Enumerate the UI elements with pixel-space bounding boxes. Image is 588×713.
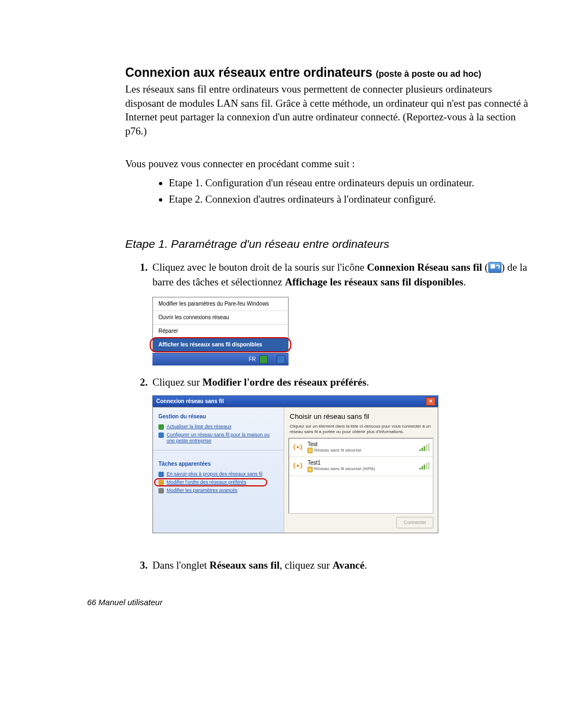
left-panel-link-label: Configurer un réseau sans fil pour la ma… [167, 432, 278, 444]
list-item: Etape 1. Configuration d'un réseau entre… [169, 175, 528, 191]
left-panel-link[interactable]: Actualiser la liste des réseaux [158, 424, 278, 430]
step-text-bold: Avancé [333, 559, 365, 571]
page-number: 66 [87, 598, 96, 607]
lock-icon [308, 448, 313, 453]
step-text: Cliquez sur [152, 376, 203, 388]
step-text: ( [482, 261, 488, 273]
step-text: . [364, 559, 367, 571]
left-panel-link-highlighted[interactable]: Modifier l'ordre des réseaux préférés [158, 479, 278, 485]
window-close-button[interactable]: × [426, 397, 436, 406]
tray-wireless-icon [277, 355, 285, 364]
ordered-step-2: Cliquez sur Modifier l'ordre des réseaux… [150, 375, 528, 533]
left-panel-section-title: Gestion du réseau [158, 413, 278, 421]
info-icon [158, 472, 164, 477]
follow-paragraph: Vous pouvez vous connecter en procédant … [125, 157, 528, 171]
section-heading-main: Connexion aux réseaux entre ordinateurs [125, 65, 372, 80]
step-text-bold: Connexion Réseau sans fil [367, 261, 482, 273]
star-icon [158, 480, 164, 485]
setup-icon [158, 432, 164, 438]
right-panel-description: Cliquez sur un élément dans la liste ci-… [290, 424, 433, 435]
step-text-bold: Modifier l'ordre des réseaux préférés [203, 376, 366, 388]
step-overview-list: Etape 1. Configuration d'un réseau entre… [125, 175, 528, 207]
left-panel-link[interactable]: En savoir plus à propos des réseaux sans… [158, 471, 278, 477]
step-text: . [366, 376, 369, 388]
step-text-bold: Réseaux sans fil [210, 559, 280, 571]
context-menu: Modifier les paramètres du Pare-feu Wind… [152, 297, 289, 352]
step-text: Dans l'onglet [152, 559, 210, 571]
left-panel-link[interactable]: Configurer un réseau sans fil pour la ma… [158, 432, 278, 444]
list-item: Etape 2. Connexion d'autres ordinateurs … [169, 191, 528, 207]
left-panel-section-title: Tâches apparentées [158, 460, 278, 468]
taskbar-strip: FR [152, 353, 289, 365]
left-panel-link-label: Modifier les paramètres avancés [167, 487, 237, 493]
intro-paragraph: Les réseaux sans fil entre ordinateurs v… [125, 82, 528, 138]
left-panel-link-label: En savoir plus à propos des réseaux sans… [167, 471, 262, 477]
window-title: Connexion réseau sans fil [156, 398, 224, 405]
window-titlebar: Connexion réseau sans fil × [152, 395, 438, 407]
antenna-icon [292, 460, 303, 471]
network-list-item[interactable]: Test Réseau sans fil sécurisé [289, 438, 433, 457]
step-text-bold: Affichage les réseaux sans fil disponibl… [285, 276, 463, 288]
ordered-step-1: Cliquez avec le bouton droit de la souri… [150, 260, 528, 365]
window-body: Gestion du réseau Actualiser la liste de… [152, 407, 438, 533]
network-list: Test Réseau sans fil sécurisé [289, 438, 433, 514]
left-panel-link-label: Actualiser la liste des réseaux [167, 424, 231, 430]
left-panel-link-label: Modifier l'ordre des réseaux préférés [167, 479, 246, 485]
lock-icon [308, 467, 313, 472]
network-name: Test1 [308, 459, 415, 466]
context-menu-item-highlighted[interactable]: Afficher les réseaux sans fil disponible… [153, 338, 288, 351]
context-menu-figure: Modifier les paramètres du Pare-feu Wind… [152, 297, 289, 365]
right-panel-title: Choisir un réseau sans fil [290, 412, 433, 422]
tray-help-icon [259, 355, 268, 364]
step-text: Cliquez avec le bouton droit de la souri… [152, 261, 367, 273]
svg-point-1 [297, 465, 299, 467]
network-name: Test [308, 441, 415, 448]
wireless-dialog-figure: Connexion réseau sans fil × Gestion du r… [152, 395, 438, 533]
left-panel: Gestion du réseau Actualiser la liste de… [153, 407, 284, 533]
step-text: , cliquez sur [280, 559, 333, 571]
section-heading: Connexion aux réseaux entre ordinateurs … [125, 65, 528, 80]
step-1-heading: Etape 1. Paramétrage d'un réseau entre o… [125, 237, 528, 251]
antenna-icon [292, 442, 303, 453]
refresh-icon [158, 424, 164, 430]
network-security: Réseau sans fil sécurisé (WPA) [314, 466, 375, 472]
signal-strength-icon [419, 462, 430, 470]
left-panel-divider [153, 450, 284, 450]
section-heading-sub: (poste à poste ou ad hoc) [376, 69, 481, 78]
ordered-step-3: Dans l'onglet Réseaux sans fil, cliquez … [150, 558, 528, 573]
page-footer: 66 Manuel utilisateur [87, 598, 162, 607]
language-indicator-label: FR [249, 356, 256, 363]
context-menu-item[interactable]: Ouvrir les connexions réseau [153, 311, 288, 325]
left-panel-link[interactable]: Modifier les paramètres avancés [158, 487, 278, 493]
network-security: Réseau sans fil sécurisé [314, 448, 362, 453]
context-menu-item[interactable]: Modifier les paramètres du Pare-feu Wind… [153, 297, 288, 311]
network-list-item[interactable]: Test1 Réseau sans fil sécurisé (WPA) [289, 457, 433, 476]
signal-strength-icon [419, 443, 430, 451]
context-menu-item[interactable]: Réparer [153, 325, 288, 338]
footer-label: Manuel utilisateur [99, 598, 163, 607]
right-panel: Choisir un réseau sans fil Cliquez sur u… [284, 407, 438, 533]
connect-button[interactable]: Connecter [396, 517, 433, 528]
gear-icon [158, 488, 164, 493]
svg-point-0 [297, 446, 299, 448]
context-menu-item-label: Afficher les réseaux sans fil disponible… [158, 342, 262, 348]
step-text: . [463, 276, 466, 288]
wireless-tray-icon [488, 262, 501, 273]
